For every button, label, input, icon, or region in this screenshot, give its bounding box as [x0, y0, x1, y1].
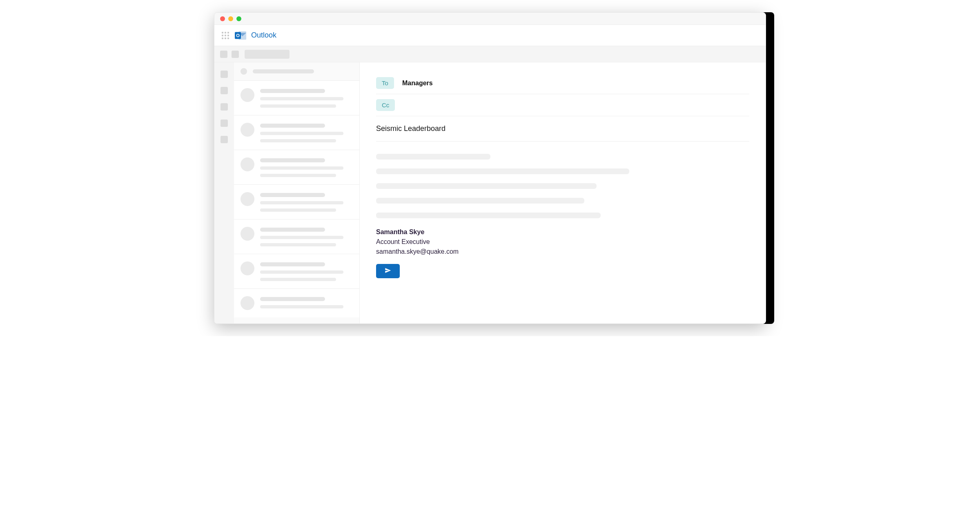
compose-pane: To Managers Cc Seismic Leaderboard Saman… [360, 62, 766, 323]
rail-nav-item[interactable] [220, 103, 228, 111]
left-rail [214, 62, 234, 323]
message-preview-lines [260, 88, 353, 108]
body-placeholder-line [376, 168, 629, 174]
rail-nav-item[interactable] [220, 87, 228, 94]
rail-nav-item[interactable] [220, 136, 228, 143]
toolbar [214, 46, 766, 62]
message-preview-lines [260, 123, 353, 142]
subject-field[interactable]: Seismic Leaderboard [376, 116, 749, 142]
message-list-header [234, 62, 359, 80]
to-label-chip[interactable]: To [376, 77, 394, 89]
send-button[interactable] [376, 264, 400, 278]
signature-block: Samantha Skye Account Executive samantha… [376, 227, 749, 257]
window-zoom-button[interactable] [236, 16, 241, 21]
message-preview-lines [260, 227, 353, 246]
to-field-row: To Managers [376, 72, 749, 94]
body-placeholder-line [376, 183, 597, 189]
toolbar-placeholder-button[interactable] [232, 51, 239, 58]
message-preview-lines [260, 157, 353, 177]
message-item[interactable] [234, 254, 359, 288]
avatar [241, 227, 254, 241]
list-header-icon [241, 68, 247, 75]
avatar [241, 157, 254, 171]
signature-title: Account Executive [376, 237, 749, 247]
list-header-placeholder [253, 69, 314, 73]
toolbar-placeholder-control[interactable] [245, 50, 290, 59]
message-item[interactable] [234, 115, 359, 150]
message-preview-lines [260, 192, 353, 212]
outlook-logo-icon: O [235, 30, 247, 41]
rail-nav-item[interactable] [220, 71, 228, 78]
body-placeholder-line [376, 154, 490, 160]
avatar [241, 261, 254, 275]
message-item[interactable] [234, 150, 359, 184]
message-list [234, 62, 360, 323]
signature-name: Samantha Skye [376, 227, 749, 237]
message-preview-lines [260, 261, 353, 281]
body-placeholder-line [376, 198, 584, 204]
window-close-button[interactable] [220, 16, 225, 21]
signature-email: samantha.skye@quake.com [376, 247, 749, 257]
message-item[interactable] [234, 80, 359, 115]
avatar [241, 296, 254, 310]
message-item[interactable] [234, 219, 359, 254]
body-placeholder-line [376, 213, 601, 218]
cc-label-chip[interactable]: Cc [376, 99, 395, 111]
avatar [241, 192, 254, 206]
app-header: O Outlook [214, 25, 766, 46]
app-window: O Outlook [214, 12, 766, 324]
app-brand[interactable]: O Outlook [235, 30, 276, 41]
message-preview-lines [260, 296, 353, 310]
app-title: Outlook [251, 31, 276, 40]
window-minimize-button[interactable] [228, 16, 233, 21]
svg-text:O: O [236, 33, 240, 38]
message-item[interactable] [234, 184, 359, 219]
email-body[interactable]: Samantha Skye Account Executive samantha… [376, 142, 749, 282]
waffle-icon[interactable] [222, 32, 229, 39]
avatar [241, 88, 254, 102]
main-layout: To Managers Cc Seismic Leaderboard Saman… [214, 62, 766, 323]
send-icon [384, 267, 392, 275]
subject-text: Seismic Leaderboard [376, 124, 445, 133]
to-recipient[interactable]: Managers [402, 80, 433, 87]
rail-nav-item[interactable] [220, 120, 228, 127]
toolbar-placeholder-button[interactable] [220, 51, 227, 58]
message-item[interactable] [234, 288, 359, 317]
window-titlebar [214, 13, 766, 25]
cc-field-row: Cc [376, 94, 749, 116]
avatar [241, 123, 254, 137]
